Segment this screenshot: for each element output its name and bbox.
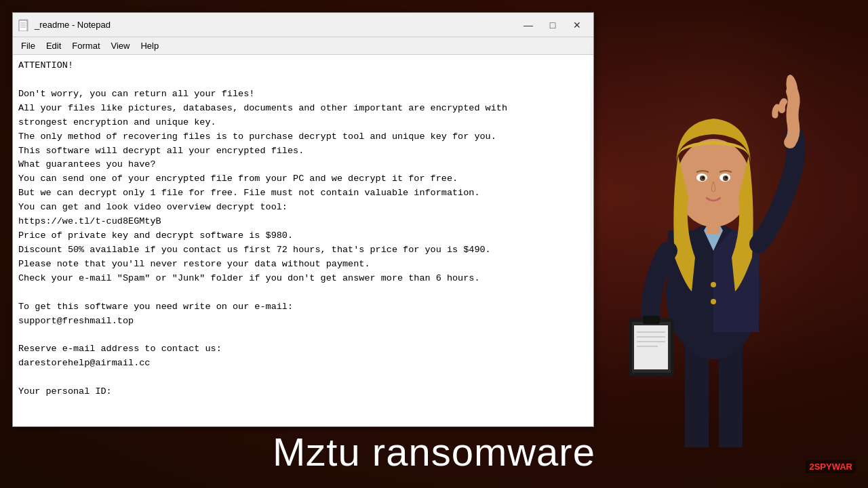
- menu-edit[interactable]: Edit: [41, 39, 66, 52]
- minimize-button[interactable]: —: [517, 17, 539, 33]
- title-bar: _readme - Notepad — □ ✕: [13, 13, 593, 37]
- person-illustration: [590, 0, 848, 454]
- menu-help[interactable]: Help: [135, 39, 164, 52]
- notepad-textarea[interactable]: ATTENTION! Don't worry, you can return a…: [13, 55, 593, 426]
- menu-view[interactable]: View: [106, 39, 136, 52]
- menu-format[interactable]: Format: [66, 39, 105, 52]
- window-title: _readme - Notepad: [35, 20, 517, 30]
- svg-point-18: [726, 177, 728, 179]
- window-controls: — □ ✕: [517, 17, 588, 33]
- menu-bar: File Edit Format View Help: [13, 37, 593, 55]
- maximize-button[interactable]: □: [542, 17, 564, 33]
- svg-rect-22: [643, 316, 660, 324]
- close-button[interactable]: ✕: [566, 17, 588, 33]
- svg-point-9: [711, 282, 716, 287]
- svg-point-10: [711, 299, 716, 304]
- notepad-text-content: ATTENTION! Don't worry, you can return a…: [18, 59, 588, 399]
- menu-file[interactable]: File: [16, 39, 41, 52]
- brand-text: 2SPYWAR: [809, 462, 852, 472]
- notepad-icon: [18, 19, 31, 31]
- svg-point-17: [703, 177, 705, 179]
- brand-logo: 2SPYWAR: [806, 460, 856, 473]
- svg-rect-1: [19, 20, 27, 31]
- notepad-window: _readme - Notepad — □ ✕ File Edit Format…: [12, 12, 594, 427]
